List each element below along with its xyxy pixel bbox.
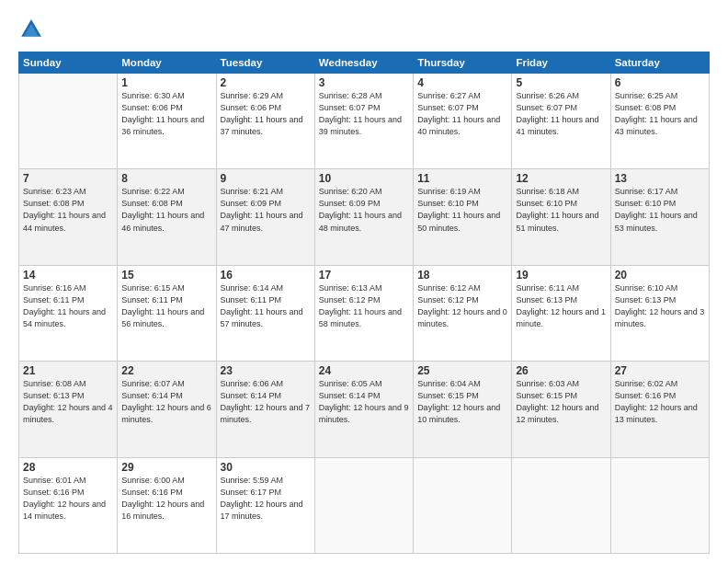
day-info: Sunrise: 6:30 AMSunset: 6:06 PMDaylight:…	[121, 90, 211, 138]
day-info: Sunrise: 5:59 AMSunset: 6:17 PMDaylight:…	[221, 475, 311, 523]
day-info: Sunrise: 6:28 AMSunset: 6:07 PMDaylight:…	[319, 90, 409, 138]
day-info: Sunrise: 6:16 AMSunset: 6:11 PMDaylight:…	[23, 282, 113, 330]
calendar-cell: 17Sunrise: 6:13 AMSunset: 6:12 PMDayligh…	[314, 265, 413, 361]
day-number: 6	[615, 76, 705, 89]
day-number: 15	[121, 269, 211, 282]
calendar-cell	[19, 74, 118, 169]
day-info: Sunrise: 6:11 AMSunset: 6:13 PMDaylight:…	[516, 282, 606, 330]
calendar-cell	[610, 457, 709, 553]
day-number: 2	[221, 76, 311, 89]
day-info: Sunrise: 6:14 AMSunset: 6:11 PMDaylight:…	[221, 282, 311, 330]
day-number: 12	[516, 172, 606, 185]
day-info: Sunrise: 6:26 AMSunset: 6:07 PMDaylight:…	[516, 90, 606, 138]
header	[18, 17, 710, 42]
day-info: Sunrise: 6:20 AMSunset: 6:09 PMDaylight:…	[319, 186, 409, 234]
day-number: 28	[23, 461, 113, 474]
week-row-5: 28Sunrise: 6:01 AMSunset: 6:16 PMDayligh…	[19, 457, 710, 553]
logo-icon	[18, 17, 44, 42]
week-row-2: 7Sunrise: 6:23 AMSunset: 6:08 PMDaylight…	[19, 169, 710, 265]
calendar-cell: 29Sunrise: 6:00 AMSunset: 6:16 PMDayligh…	[118, 457, 216, 553]
weekday-header-sunday: Sunday	[19, 52, 118, 74]
weekday-header-thursday: Thursday	[414, 52, 512, 74]
day-info: Sunrise: 6:27 AMSunset: 6:07 PMDaylight:…	[417, 90, 507, 138]
calendar-cell: 16Sunrise: 6:14 AMSunset: 6:11 PMDayligh…	[216, 265, 314, 361]
day-info: Sunrise: 6:25 AMSunset: 6:08 PMDaylight:…	[615, 90, 705, 138]
day-info: Sunrise: 6:02 AMSunset: 6:16 PMDaylight:…	[615, 378, 705, 426]
calendar-cell: 15Sunrise: 6:15 AMSunset: 6:11 PMDayligh…	[118, 265, 216, 361]
day-number: 5	[516, 76, 606, 89]
day-number: 19	[516, 269, 606, 282]
day-number: 14	[23, 269, 113, 282]
calendar-cell: 20Sunrise: 6:10 AMSunset: 6:13 PMDayligh…	[610, 265, 709, 361]
weekday-header-friday: Friday	[512, 52, 610, 74]
day-number: 10	[319, 172, 409, 185]
calendar-cell: 3Sunrise: 6:28 AMSunset: 6:07 PMDaylight…	[314, 74, 413, 169]
calendar-cell: 10Sunrise: 6:20 AMSunset: 6:09 PMDayligh…	[314, 169, 413, 265]
weekday-header-wednesday: Wednesday	[314, 52, 413, 74]
day-info: Sunrise: 6:01 AMSunset: 6:16 PMDaylight:…	[23, 475, 113, 523]
day-number: 8	[121, 172, 211, 185]
calendar-cell: 14Sunrise: 6:16 AMSunset: 6:11 PMDayligh…	[19, 265, 118, 361]
calendar-cell: 19Sunrise: 6:11 AMSunset: 6:13 PMDayligh…	[512, 265, 610, 361]
day-number: 9	[221, 172, 311, 185]
day-number: 1	[121, 76, 211, 89]
day-info: Sunrise: 6:22 AMSunset: 6:08 PMDaylight:…	[121, 186, 211, 234]
calendar-cell: 6Sunrise: 6:25 AMSunset: 6:08 PMDaylight…	[610, 74, 709, 169]
week-row-3: 14Sunrise: 6:16 AMSunset: 6:11 PMDayligh…	[19, 265, 710, 361]
day-number: 26	[516, 364, 606, 377]
day-info: Sunrise: 6:04 AMSunset: 6:15 PMDaylight:…	[417, 378, 507, 426]
weekday-header-saturday: Saturday	[610, 52, 709, 74]
day-number: 25	[417, 364, 507, 377]
calendar-cell: 12Sunrise: 6:18 AMSunset: 6:10 PMDayligh…	[512, 169, 610, 265]
calendar-cell: 28Sunrise: 6:01 AMSunset: 6:16 PMDayligh…	[19, 457, 118, 553]
day-number: 29	[121, 461, 211, 474]
calendar-cell: 22Sunrise: 6:07 AMSunset: 6:14 PMDayligh…	[118, 362, 216, 457]
calendar-cell: 23Sunrise: 6:06 AMSunset: 6:14 PMDayligh…	[216, 362, 314, 457]
calendar-cell: 13Sunrise: 6:17 AMSunset: 6:10 PMDayligh…	[610, 169, 709, 265]
day-number: 16	[221, 269, 311, 282]
day-info: Sunrise: 6:05 AMSunset: 6:14 PMDaylight:…	[319, 378, 409, 426]
day-info: Sunrise: 6:15 AMSunset: 6:11 PMDaylight:…	[121, 282, 211, 330]
day-number: 27	[615, 364, 705, 377]
day-info: Sunrise: 6:18 AMSunset: 6:10 PMDaylight:…	[516, 186, 606, 234]
day-info: Sunrise: 6:29 AMSunset: 6:06 PMDaylight:…	[221, 90, 311, 138]
page: SundayMondayTuesdayWednesdayThursdayFrid…	[0, 0, 728, 563]
day-number: 23	[221, 364, 311, 377]
day-info: Sunrise: 6:12 AMSunset: 6:12 PMDaylight:…	[417, 282, 507, 330]
calendar-cell	[314, 457, 413, 553]
day-info: Sunrise: 6:07 AMSunset: 6:14 PMDaylight:…	[121, 378, 211, 426]
weekday-header-row: SundayMondayTuesdayWednesdayThursdayFrid…	[19, 52, 710, 74]
calendar-cell: 26Sunrise: 6:03 AMSunset: 6:15 PMDayligh…	[512, 362, 610, 457]
calendar-cell: 5Sunrise: 6:26 AMSunset: 6:07 PMDaylight…	[512, 74, 610, 169]
day-info: Sunrise: 6:13 AMSunset: 6:12 PMDaylight:…	[319, 282, 409, 330]
day-number: 30	[221, 461, 311, 474]
day-number: 17	[319, 269, 409, 282]
day-info: Sunrise: 6:21 AMSunset: 6:09 PMDaylight:…	[221, 186, 311, 234]
day-number: 3	[319, 76, 409, 89]
calendar-table: SundayMondayTuesdayWednesdayThursdayFrid…	[18, 52, 710, 554]
day-info: Sunrise: 6:00 AMSunset: 6:16 PMDaylight:…	[121, 475, 211, 523]
calendar-cell: 4Sunrise: 6:27 AMSunset: 6:07 PMDaylight…	[414, 74, 512, 169]
calendar-cell: 18Sunrise: 6:12 AMSunset: 6:12 PMDayligh…	[414, 265, 512, 361]
calendar-cell	[512, 457, 610, 553]
day-info: Sunrise: 6:03 AMSunset: 6:15 PMDaylight:…	[516, 378, 606, 426]
logo	[18, 17, 48, 42]
calendar-cell: 25Sunrise: 6:04 AMSunset: 6:15 PMDayligh…	[414, 362, 512, 457]
day-info: Sunrise: 6:10 AMSunset: 6:13 PMDaylight:…	[615, 282, 705, 330]
calendar-cell: 21Sunrise: 6:08 AMSunset: 6:13 PMDayligh…	[19, 362, 118, 457]
day-info: Sunrise: 6:06 AMSunset: 6:14 PMDaylight:…	[221, 378, 311, 426]
calendar-cell: 9Sunrise: 6:21 AMSunset: 6:09 PMDaylight…	[216, 169, 314, 265]
calendar-cell: 1Sunrise: 6:30 AMSunset: 6:06 PMDaylight…	[118, 74, 216, 169]
day-number: 22	[121, 364, 211, 377]
day-number: 13	[615, 172, 705, 185]
day-number: 24	[319, 364, 409, 377]
day-number: 11	[417, 172, 507, 185]
calendar-cell: 2Sunrise: 6:29 AMSunset: 6:06 PMDaylight…	[216, 74, 314, 169]
week-row-1: 1Sunrise: 6:30 AMSunset: 6:06 PMDaylight…	[19, 74, 710, 169]
week-row-4: 21Sunrise: 6:08 AMSunset: 6:13 PMDayligh…	[19, 362, 710, 457]
day-number: 20	[615, 269, 705, 282]
day-info: Sunrise: 6:08 AMSunset: 6:13 PMDaylight:…	[23, 378, 113, 426]
day-number: 18	[417, 269, 507, 282]
calendar-cell: 8Sunrise: 6:22 AMSunset: 6:08 PMDaylight…	[118, 169, 216, 265]
calendar-cell: 27Sunrise: 6:02 AMSunset: 6:16 PMDayligh…	[610, 362, 709, 457]
